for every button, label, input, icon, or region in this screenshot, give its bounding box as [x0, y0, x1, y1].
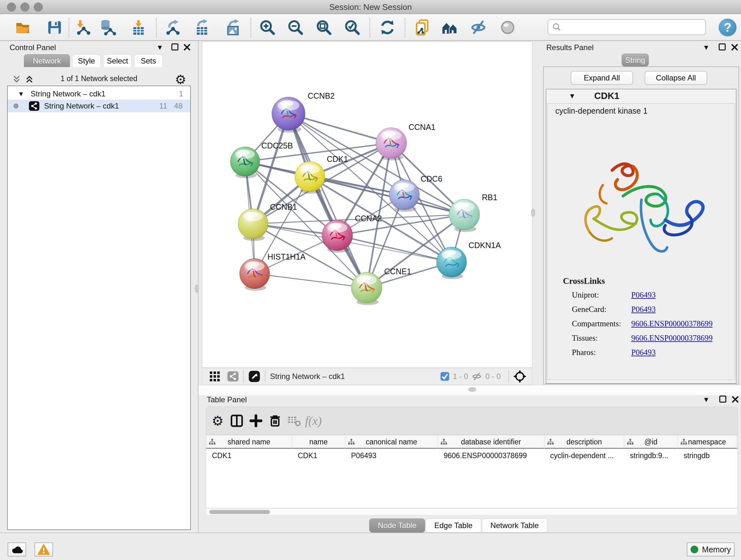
table-options-gear-icon[interactable]: ⚙	[210, 413, 225, 428]
network-share-view-icon[interactable]	[227, 371, 239, 381]
zoom-selected-button[interactable]	[343, 18, 361, 37]
zoom-out-button[interactable]	[286, 18, 305, 37]
function-builder-icon[interactable]: f(x)	[306, 413, 321, 428]
import-network-from-database-button[interactable]	[98, 18, 117, 37]
crosslink-link[interactable]: 9606.ENSP00000378699	[631, 334, 713, 343]
collapse-all-button[interactable]: Collapse All	[645, 71, 707, 85]
horizontal-splitter[interactable]	[199, 385, 741, 395]
collection-expander-icon[interactable]: ▼	[18, 91, 24, 97]
table-row[interactable]: CDK1CDK1P064939606.ENSP00000378699cyclin…	[206, 449, 738, 462]
collapse-all-networks-icon[interactable]	[12, 75, 21, 84]
float-panel-icon[interactable]	[172, 44, 179, 51]
crosslink-link[interactable]: P06493	[631, 305, 656, 314]
node-CCNB2[interactable]: CCNB2	[272, 91, 335, 132]
crosslink-link[interactable]: 9606.ENSP00000378699	[631, 319, 713, 328]
float-panel-icon[interactable]	[719, 44, 726, 51]
crosslink-label: Tissues:	[572, 334, 598, 343]
panel-menu-icon[interactable]: ▼	[156, 44, 163, 51]
column-header-description[interactable]: description	[544, 435, 624, 449]
panel-menu-icon[interactable]: ▼	[703, 44, 710, 51]
birdseye-navigator-icon[interactable]	[514, 370, 526, 383]
tab-sets[interactable]: Sets	[134, 54, 163, 67]
close-panel-icon[interactable]	[731, 44, 738, 51]
panel-menu-icon[interactable]: ▼	[703, 396, 710, 403]
home-button[interactable]	[441, 18, 459, 37]
toolbar-separator	[509, 370, 509, 383]
expand-all-networks-icon[interactable]	[25, 75, 34, 84]
expand-all-button[interactable]: Expand All	[570, 71, 633, 85]
import-string-network-button[interactable]	[414, 18, 432, 37]
show-all-button[interactable]	[498, 18, 517, 37]
column-label: canonical name	[366, 438, 417, 446]
detach-view-icon[interactable]	[248, 370, 260, 382]
network-options-gear-icon[interactable]: ⚙	[175, 72, 186, 87]
node-CDKN1A[interactable]: CDKN1A	[436, 241, 501, 279]
delete-column-icon[interactable]	[267, 413, 283, 428]
tab-network-table[interactable]: Network Table	[482, 518, 548, 533]
export-network-button[interactable]	[163, 18, 182, 37]
tab-style[interactable]: Style	[72, 54, 101, 67]
node-CDC6[interactable]: CDC6	[389, 174, 442, 212]
delete-table-icon[interactable]	[286, 413, 302, 428]
gene-expander-icon[interactable]: ▼	[569, 92, 576, 100]
column-header-canonical-name[interactable]: canonical name	[345, 435, 438, 449]
tab-select[interactable]: Select	[103, 54, 132, 67]
zoom-in-button[interactable]	[258, 18, 277, 37]
create-column-icon[interactable]	[248, 413, 264, 428]
network-canvas[interactable]: CCNB2CCNA1CDC25BCDK1CDC6RB1CCNB1CCNA2CDK…	[202, 42, 532, 368]
edges[interactable]	[245, 114, 464, 288]
close-panel-icon[interactable]	[183, 44, 191, 51]
network-row[interactable]: String Network – cdk1 11 48	[8, 100, 190, 112]
column-header-name[interactable]: name	[292, 435, 345, 449]
warnings-button[interactable]	[35, 543, 53, 557]
edge-HIST1H1A-CCNE1[interactable]	[255, 273, 367, 288]
selected-checkbox-icon[interactable]	[440, 372, 450, 381]
show-columns-icon[interactable]	[229, 413, 245, 428]
vertical-splitter-handle[interactable]	[195, 285, 199, 293]
import-table-icon	[130, 19, 147, 36]
nodes[interactable]: CCNB2CCNA1CDC25BCDK1CDC6RB1CCNB1CCNA2CDK…	[230, 91, 501, 305]
hide-selected-button[interactable]	[469, 18, 488, 37]
hidden-eye-slash-icon[interactable]	[471, 371, 482, 382]
column-header-namespace[interactable]: namespace	[678, 435, 737, 449]
network-collection-row[interactable]: ▼ String Network – cdk1 1	[8, 88, 190, 100]
column-header--id[interactable]: @id	[624, 435, 678, 449]
refresh-button[interactable]	[378, 18, 397, 37]
node-HIST1H1A[interactable]: HIST1H1A	[240, 252, 306, 291]
memory-button[interactable]: Memory	[687, 543, 735, 557]
tab-string[interactable]: String	[622, 54, 649, 66]
node-CCNB1[interactable]: CCNB1	[238, 202, 297, 241]
import-table-button[interactable]	[129, 18, 148, 37]
horizontal-splitter-handle[interactable]	[468, 387, 476, 392]
crosslink-label: Pharos:	[572, 348, 596, 357]
cloud-button[interactable]	[8, 543, 26, 557]
node-CCNA1[interactable]: CCNA1	[376, 123, 435, 161]
close-panel-icon[interactable]	[731, 395, 739, 403]
open-session-button[interactable]	[13, 18, 32, 37]
fit-content-button[interactable]	[315, 18, 333, 37]
column-header-database-identifier[interactable]: database identifier	[438, 435, 544, 449]
tab-edge-table[interactable]: Edge Table	[426, 518, 481, 533]
string-network-graph[interactable]: CCNB2CCNA1CDC25BCDK1CDC6RB1CCNB1CCNA2CDK…	[202, 42, 533, 368]
node-label: HIST1H1A	[267, 252, 306, 261]
import-network-button[interactable]	[74, 18, 92, 37]
crosslink-link[interactable]: P06493	[631, 291, 656, 300]
horizontal-scrollbar[interactable]	[206, 508, 738, 515]
grid-view-icon[interactable]	[209, 371, 220, 382]
search-field[interactable]	[548, 19, 706, 35]
save-session-button[interactable]	[45, 18, 64, 37]
export-image-button[interactable]	[224, 18, 242, 37]
tab-node-table[interactable]: Node Table	[369, 518, 425, 533]
help-button[interactable]: ?	[719, 18, 737, 37]
float-panel-icon[interactable]	[719, 395, 726, 402]
edge-CCNB2-CCNE1[interactable]	[288, 114, 367, 288]
scrollbar-thumb[interactable]	[209, 510, 270, 514]
column-header-shared-name[interactable]: shared name	[206, 435, 292, 449]
vertical-splitter-handle[interactable]	[531, 209, 535, 216]
search-input[interactable]	[562, 23, 699, 32]
node-RB1[interactable]: RB1	[449, 193, 497, 232]
crosslink-link[interactable]: P06493	[631, 348, 656, 357]
export-table-button[interactable]	[193, 18, 212, 37]
edge-CCNA2-CDKN1A[interactable]	[337, 235, 452, 262]
tab-network[interactable]: Network	[24, 54, 70, 67]
